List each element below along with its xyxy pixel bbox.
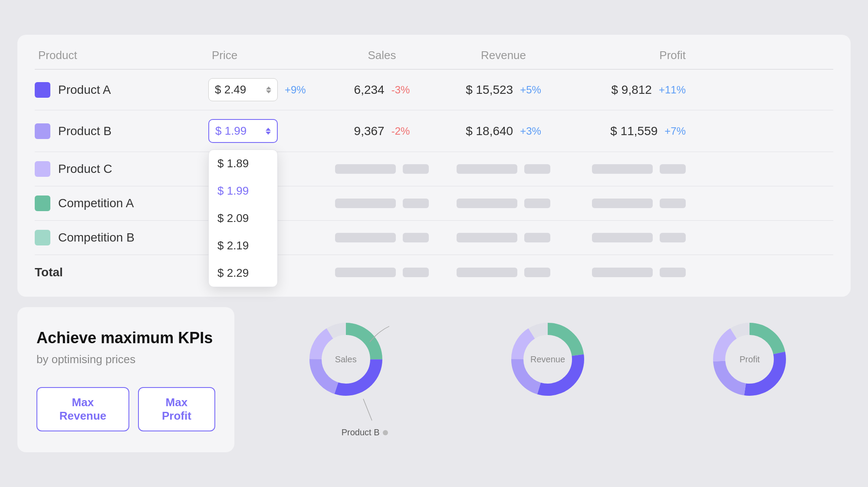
- table-row-c: Product C: [35, 152, 833, 186]
- spinner-down-a[interactable]: [266, 90, 271, 93]
- table-row-comp-b: Competition B: [35, 221, 833, 255]
- sales-change-a: -3%: [391, 84, 410, 96]
- sales-change-b: -2%: [391, 125, 410, 137]
- sales-cell-b: 9,367 -2%: [321, 124, 443, 138]
- total-label: Total: [35, 265, 208, 279]
- max-profit-button[interactable]: Max Profit: [138, 387, 215, 431]
- competition-a-swatch: [35, 195, 50, 211]
- revenue-cell-c: [443, 164, 564, 174]
- sales-cell-comp-b: [321, 233, 443, 242]
- price-cell-a: $ 2.49 +9%: [208, 78, 321, 101]
- total-row: Total: [35, 255, 833, 283]
- product-cell: Product A: [35, 82, 208, 98]
- profit-change-b: +7%: [664, 125, 686, 137]
- sales-cell-comp-a: [321, 199, 443, 208]
- product-c-name: Product C: [58, 162, 112, 176]
- sales-cell-a: 6,234 -3%: [321, 83, 443, 97]
- price-dropdown-b[interactable]: $ 1.89 $ 1.99 $ 2.09 $ 2.19 $ 2.29: [208, 149, 278, 287]
- profit-cell-a: $ 9,812 +11%: [564, 83, 686, 97]
- total-sales: [321, 268, 443, 277]
- revenue-placeholder-c: [457, 164, 517, 174]
- annotation-label: Product B: [342, 427, 380, 437]
- price-input-a[interactable]: $ 2.49: [208, 78, 278, 101]
- price-spinner-a[interactable]: [266, 86, 271, 93]
- competition-a-name: Competition A: [58, 196, 134, 210]
- revenue-donut-svg: [504, 316, 591, 403]
- profit-value-b: $ 11,559: [610, 124, 658, 138]
- price-value-b: $ 1.99: [215, 124, 247, 138]
- profit-cell-b: $ 11,559 +7%: [564, 124, 686, 138]
- kpi-subtitle: by optimising prices: [36, 353, 215, 366]
- profit-cell-comp-b: [564, 233, 686, 242]
- dropdown-option-189[interactable]: $ 1.89: [209, 150, 277, 177]
- revenue-change-b: +3%: [520, 125, 541, 137]
- product-cell-b: Product B: [35, 123, 208, 139]
- sales-value-b: 9,367: [354, 124, 385, 138]
- total-profit: [564, 268, 686, 277]
- sales-cell-c: [321, 164, 443, 174]
- kpi-card: Achieve maximum KPIs by optimising price…: [17, 307, 234, 452]
- sales-value-a: 6,234: [354, 83, 385, 97]
- profit-change-a: +11%: [659, 84, 686, 96]
- kpi-buttons: Max Revenue Max Profit: [36, 387, 215, 431]
- max-revenue-button[interactable]: Max Revenue: [36, 387, 129, 431]
- charts-section: Sales Product B: [245, 307, 851, 411]
- profit-donut-svg: [706, 316, 793, 403]
- profit-value-a: $ 9,812: [612, 83, 652, 97]
- spinner-down-b[interactable]: [266, 132, 271, 135]
- product-cell-c: Product C: [35, 161, 208, 177]
- svg-line-5: [363, 399, 372, 421]
- product-a-swatch: [35, 82, 50, 98]
- table-row-comp-a: Competition A: [35, 186, 833, 221]
- table-row-b: Product B $ 1.99 $ 1.89 $ 1.99 $ 2.09 $ …: [35, 110, 833, 152]
- revenue-cell-a: $ 15,523 +5%: [443, 83, 564, 97]
- sales-chart: Sales Product B: [302, 316, 389, 403]
- revenue-change-a: +5%: [520, 84, 541, 96]
- sales-donut-svg: [302, 316, 389, 403]
- chart-annotation: Product B: [342, 427, 388, 437]
- bottom-section: Achieve maximum KPIs by optimising price…: [17, 307, 851, 452]
- product-b-swatch: [35, 123, 50, 139]
- competition-b-name: Competition B: [58, 231, 135, 245]
- profit-cell-c: [564, 164, 686, 174]
- kpi-title: Achieve maximum KPIs: [36, 328, 215, 348]
- header-product: Product: [35, 49, 208, 62]
- price-spinner-b[interactable]: [266, 128, 271, 135]
- revenue-cell-b: $ 18,640 +3%: [443, 124, 564, 138]
- table-row: Product A $ 2.49 +9% 6,234 -3% $ 15,523 …: [35, 70, 833, 110]
- product-b-name: Product B: [58, 124, 112, 138]
- annotation-dot: [383, 430, 388, 435]
- profit-cell-comp-a: [564, 199, 686, 208]
- dropdown-option-199[interactable]: $ 1.99: [209, 177, 277, 205]
- product-a-name: Product A: [58, 83, 111, 97]
- product-c-swatch: [35, 161, 50, 177]
- sales-change-placeholder-c: [403, 164, 429, 174]
- revenue-change-placeholder-c: [524, 164, 550, 174]
- profit-chart: Profit: [706, 316, 793, 403]
- price-input-b[interactable]: $ 1.99: [208, 119, 278, 143]
- dropdown-option-209[interactable]: $ 2.09: [209, 205, 277, 232]
- revenue-value-b: $ 18,640: [466, 124, 513, 138]
- revenue-value-a: $ 15,523: [466, 83, 513, 97]
- product-cell-comp-a: Competition A: [35, 195, 208, 211]
- revenue-cell-comp-a: [443, 199, 564, 208]
- revenue-cell-comp-b: [443, 233, 564, 242]
- total-revenue: [443, 268, 564, 277]
- sales-placeholder-c: [335, 164, 396, 174]
- spinner-up-b[interactable]: [266, 128, 271, 131]
- header-revenue: Revenue: [443, 49, 564, 62]
- profit-change-placeholder-c: [660, 164, 686, 174]
- dropdown-option-219[interactable]: $ 2.19: [209, 232, 277, 259]
- header-sales: Sales: [321, 49, 443, 62]
- competition-b-swatch: [35, 230, 50, 245]
- pricing-table: Product Price Sales Revenue Profit Produ…: [17, 35, 851, 297]
- dropdown-option-229[interactable]: $ 2.29: [209, 259, 277, 287]
- header-price: Price: [208, 49, 321, 62]
- spinner-up-a[interactable]: [266, 86, 271, 89]
- price-change-a: +9%: [285, 84, 306, 96]
- product-cell-comp-b: Competition B: [35, 230, 208, 245]
- price-cell-b: $ 1.99 $ 1.89 $ 1.99 $ 2.09 $ 2.19 $ 2.2…: [208, 119, 321, 143]
- annotation-line-svg: [359, 399, 385, 423]
- table-header: Product Price Sales Revenue Profit: [35, 49, 833, 70]
- header-profit: Profit: [564, 49, 686, 62]
